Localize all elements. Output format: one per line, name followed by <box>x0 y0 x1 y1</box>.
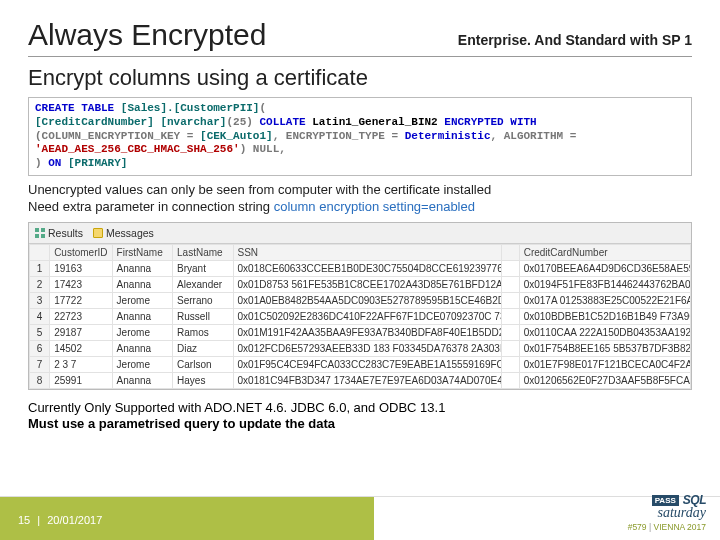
cell-rownum: 7 <box>30 356 50 372</box>
logo-saturday: saturday <box>586 505 706 521</box>
subtitle: Encrypt columns using a certificate <box>28 65 692 91</box>
cell-lastname: Alexander <box>173 276 233 292</box>
cell-lastname: Ramos <box>173 324 233 340</box>
grid-icon <box>35 228 45 238</box>
messages-icon <box>93 228 103 238</box>
cell-creditcard: 0x01E7F98E017F121BCECA0C4F2ABB7E91D <box>519 356 690 372</box>
table-row[interactable]: 825991AnannaHayes0x0181C94FB3D347 1734AE… <box>30 372 691 388</box>
page-title: Always Encrypted <box>28 18 266 52</box>
table-row[interactable]: 317722JeromeSerrano0x01A0EB8482B54AA5DC0… <box>30 292 691 308</box>
results-tabs: Results Messages <box>29 223 691 244</box>
cell-customerid: 22723 <box>50 308 112 324</box>
cell-gap <box>501 276 519 292</box>
cell-ssn: 0x012FCD6E57293AEEB33D 183 F03345DA76378… <box>233 340 501 356</box>
page-meta: 15 | 20/01/2017 <box>18 514 102 526</box>
cell-creditcard: 0x01F754B8EE165 5B537B7DF3B82BAB59C <box>519 340 690 356</box>
table-row[interactable]: 119163AnannaBryant0x018CE60633CCEEB1B0DE… <box>30 260 691 276</box>
col-gap <box>501 244 519 260</box>
tab-messages[interactable]: Messages <box>93 227 154 239</box>
cell-gap <box>501 292 519 308</box>
page-sep: | <box>33 514 44 526</box>
col-firstname: FirstName <box>112 244 172 260</box>
cell-customerid: 25991 <box>50 372 112 388</box>
cell-gap <box>501 340 519 356</box>
col-lastname: LastName <box>173 244 233 260</box>
cell-creditcard: 0x010BDBEB1C52D16B1B49 F73A9C0B1B22 <box>519 308 690 324</box>
cell-ssn: 0x01C502092E2836DC410F22AFF67F1DCE070923… <box>233 308 501 324</box>
cell-customerid: 14502 <box>50 340 112 356</box>
results-header-row: CustomerID FirstName LastName SSN Credit… <box>30 244 691 260</box>
cell-creditcard: 0x017A 01253883E25C00522E21F6A58E66C <box>519 292 690 308</box>
cell-ssn: 0x0181C94FB3D347 1734AE7E7E97EA6D03A74AD… <box>233 372 501 388</box>
table-row[interactable]: 422723AnannaRussell0x01C502092E2836DC410… <box>30 308 691 324</box>
note-line-2: Need extra parameter in connection strin… <box>28 199 692 216</box>
cell-customerid: 29187 <box>50 324 112 340</box>
col-rownum <box>30 244 50 260</box>
support-note: Currently Only Supported with ADO.NET 4.… <box>28 400 692 417</box>
cell-creditcard: 0x0194F51FE83FB14462443762BA02FBEE3220 <box>519 276 690 292</box>
cell-ssn: 0x01A0EB8482B54AA5DC0903E5278789595B15CE… <box>233 292 501 308</box>
cell-firstname: Ananna <box>112 308 172 324</box>
cell-firstname: Jerome <box>112 324 172 340</box>
table-row[interactable]: 529187JeromeRamos0x01M191F42AA35BAA9FE93… <box>30 324 691 340</box>
cell-firstname: Ananna <box>112 372 172 388</box>
cell-lastname: Bryant <box>173 260 233 276</box>
cell-lastname: Serrano <box>173 292 233 308</box>
cell-lastname: Russell <box>173 308 233 324</box>
cell-ssn: 0x01M191F42AA35BAA9FE93A7B340BDFA8F40E1B… <box>233 324 501 340</box>
results-grid: CustomerID FirstName LastName SSN Credit… <box>29 244 691 389</box>
cell-rownum: 6 <box>30 340 50 356</box>
must-note: Must use a parametrised query to update … <box>28 416 692 433</box>
cell-gap <box>501 260 519 276</box>
cell-gap <box>501 324 519 340</box>
cell-customerid: 17722 <box>50 292 112 308</box>
cell-gap <box>501 308 519 324</box>
cell-lastname: Carlson <box>173 356 233 372</box>
cell-firstname: Ananna <box>112 340 172 356</box>
cell-customerid: 2 3 7 <box>50 356 112 372</box>
cell-creditcard: 0x0170BEEA6A4D9D6CD36E58AE59DF2F6E <box>519 260 690 276</box>
note-line-1: Unencrypted values can only be seen from… <box>28 182 692 199</box>
sql-code-block: CREATE TABLE [Sales].[CustomerPII]( [Cre… <box>28 97 692 176</box>
cell-rownum: 3 <box>30 292 50 308</box>
cell-ssn: 0x01D8753 561FE535B1C8CEE1702A43D85E761B… <box>233 276 501 292</box>
table-row[interactable]: 217423AnannaAlexander0x01D8753 561FE535B… <box>30 276 691 292</box>
edition-badge: Enterprise. And Standard with SP 1 <box>458 32 692 48</box>
tab-results[interactable]: Results <box>35 227 83 239</box>
cell-lastname: Hayes <box>173 372 233 388</box>
cell-ssn: 0x01F95C4CE94FCA033CC283C7E9EABE1A155591… <box>233 356 501 372</box>
cell-creditcard: 0x0110CAA 222A150DB04353AA192DA579 <box>519 324 690 340</box>
cell-lastname: Diaz <box>173 340 233 356</box>
cell-rownum: 2 <box>30 276 50 292</box>
logo-pass: PASS <box>652 495 679 506</box>
cell-ssn: 0x018CE60633CCEEB1B0DE30C75504D8CCE61923… <box>233 260 501 276</box>
note-block: Unencrypted values can only be seen from… <box>28 182 692 216</box>
cell-firstname: Ananna <box>112 260 172 276</box>
page-number: 15 <box>18 514 30 526</box>
logo-tagline: #579 | VIENNA 2017 <box>586 522 706 532</box>
cell-firstname: Jerome <box>112 356 172 372</box>
cell-rownum: 4 <box>30 308 50 324</box>
cell-rownum: 8 <box>30 372 50 388</box>
cell-customerid: 19163 <box>50 260 112 276</box>
title-row: Always Encrypted Enterprise. And Standar… <box>28 18 692 57</box>
footer-note: Currently Only Supported with ADO.NET 4.… <box>28 400 692 434</box>
cell-gap <box>501 372 519 388</box>
event-logo: PASS SQL saturday #579 | VIENNA 2017 <box>586 493 706 532</box>
cell-firstname: Ananna <box>112 276 172 292</box>
results-panel: Results Messages CustomerID FirstName La… <box>28 222 692 390</box>
col-customerid: CustomerID <box>50 244 112 260</box>
cell-firstname: Jerome <box>112 292 172 308</box>
table-row[interactable]: 72 3 7JeromeCarlson0x01F95C4CE94FCA033CC… <box>30 356 691 372</box>
page-date: 20/01/2017 <box>47 514 102 526</box>
table-row[interactable]: 614502AnannaDiaz0x012FCD6E57293AEEB33D 1… <box>30 340 691 356</box>
cell-customerid: 17423 <box>50 276 112 292</box>
cell-gap <box>501 356 519 372</box>
col-ssn: SSN <box>233 244 501 260</box>
col-creditcard: CreditCardNumber <box>519 244 690 260</box>
cell-rownum: 5 <box>30 324 50 340</box>
cell-creditcard: 0x01206562E0F27D3AAF5B8F5FCA3FFE5322 <box>519 372 690 388</box>
cell-rownum: 1 <box>30 260 50 276</box>
